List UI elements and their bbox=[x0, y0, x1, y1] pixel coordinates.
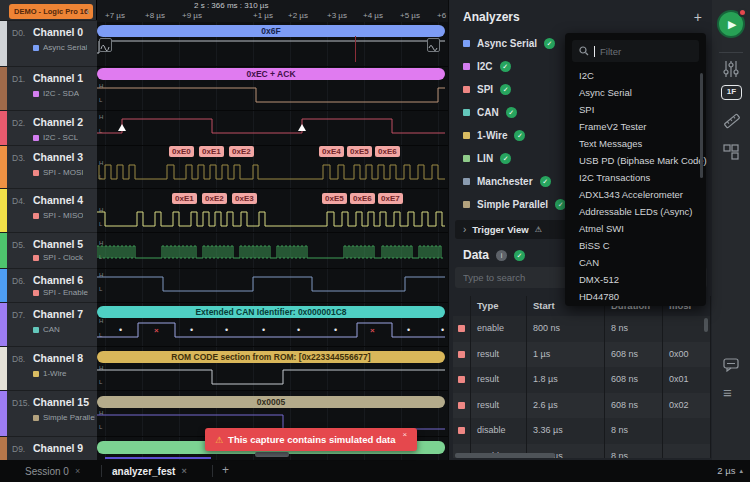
channel-row-d1[interactable]: D1. Channel 1 I2C - SDA bbox=[0, 66, 97, 110]
dropdown-item[interactable]: FrameV2 Tester bbox=[579, 121, 646, 132]
dropdown-item[interactable]: BiSS C bbox=[579, 240, 610, 251]
comments-icon[interactable] bbox=[723, 358, 739, 372]
check-icon[interactable]: ✓ bbox=[544, 38, 555, 49]
close-tab-icon[interactable]: × bbox=[181, 466, 186, 476]
frames-view-button[interactable]: 1F bbox=[721, 85, 742, 100]
wave-row-d6[interactable]: H L bbox=[97, 268, 448, 302]
analyzer-result-bubble[interactable]: ROM CODE section from ROM: [0x2233445566… bbox=[97, 351, 445, 363]
table-horizontal-scrollbar[interactable] bbox=[455, 453, 555, 458]
channel-row-d5[interactable]: D5. Channel 5 SPI - Clock bbox=[0, 232, 97, 268]
frame-chip[interactable]: 0xE3 bbox=[232, 193, 257, 204]
frame-chip[interactable]: 0xE6 bbox=[375, 146, 400, 157]
analyzer-item-1-wire[interactable]: 1-Wire ✓ bbox=[463, 130, 525, 141]
dropdown-item[interactable]: HD44780 bbox=[579, 291, 619, 302]
channel-row-d6[interactable]: D6. Channel 6 SPI - Enable bbox=[0, 268, 97, 302]
dropdown-item[interactable]: Text Messages bbox=[579, 138, 642, 149]
tick-label: +8 µs bbox=[145, 11, 165, 20]
dropdown-item[interactable]: SPI bbox=[579, 104, 594, 115]
analyzer-item-async-serial[interactable]: Async Serial ✓ bbox=[463, 38, 555, 49]
info-icon[interactable]: i bbox=[496, 250, 507, 261]
check-icon[interactable]: ✓ bbox=[506, 107, 517, 118]
timescale-control[interactable]: 2 µs ▴ bbox=[717, 465, 743, 476]
wave-row-d1[interactable]: 0xEC + ACK H L bbox=[97, 66, 448, 110]
filter-field[interactable] bbox=[572, 40, 699, 62]
collapse-sidebar-icon[interactable]: ‹ bbox=[86, 5, 90, 17]
dropdown-item[interactable]: Async Serial bbox=[579, 87, 632, 98]
dropdown-item[interactable]: I2C bbox=[579, 70, 594, 81]
table-row[interactable]: disable3.36 µs 8 ns bbox=[453, 418, 711, 444]
data-section-title: Data bbox=[463, 248, 489, 262]
check-icon[interactable]: ✓ bbox=[514, 250, 525, 261]
close-tab-icon[interactable]: × bbox=[75, 466, 80, 476]
channel-row-d0[interactable]: D0. Channel 0 Async Serial bbox=[0, 20, 97, 66]
analyzer-result-bubble[interactable]: 0xEC + ACK bbox=[97, 68, 445, 80]
dropdown-item[interactable]: I2C Transactions bbox=[579, 172, 650, 183]
frame-chip[interactable]: 0xE2 bbox=[229, 146, 254, 157]
channel-row-d2[interactable]: D2. Channel 2 I2C - SCL bbox=[0, 110, 97, 145]
analyzer-item-can[interactable]: CAN ✓ bbox=[463, 107, 517, 118]
device-settings-icon[interactable] bbox=[723, 60, 739, 78]
table-row[interactable]: result1.8 µs 608 ns0x01 0x02 bbox=[453, 367, 711, 393]
check-icon[interactable]: ✓ bbox=[500, 153, 511, 164]
add-tab-icon[interactable]: + bbox=[222, 463, 229, 477]
analyzer-item-simple-parallel[interactable]: Simple Parallel ✓ bbox=[463, 199, 566, 210]
wave-row-d2[interactable]: H L bbox=[97, 110, 448, 145]
table-row[interactable]: result1 µs 608 ns0x00 0x01 bbox=[453, 342, 711, 368]
demo-device-badge[interactable]: DEMO - Logic Pro 16 bbox=[9, 4, 93, 19]
wave-row-d7[interactable]: Extended CAN Identifier: 0x000001C8 H L … bbox=[97, 302, 448, 346]
analyzer-item-lin[interactable]: LIN ✓ bbox=[463, 153, 511, 164]
channel-row-d4[interactable]: D4. Channel 4 SPI - MISO bbox=[0, 188, 97, 232]
filter-input[interactable] bbox=[600, 46, 680, 57]
channel-row-d8[interactable]: D8. Channel 8 1-Wire bbox=[0, 346, 97, 390]
wave-row-d8[interactable]: ROM CODE section from ROM: [0x2233445566… bbox=[97, 346, 448, 390]
frame-chip[interactable]: 0xE6 bbox=[350, 193, 375, 204]
table-row[interactable]: result2.6 µs 608 ns0x02 0x03 bbox=[453, 393, 711, 419]
dropdown-scrollbar[interactable] bbox=[700, 73, 703, 178]
waveform-scrollbar[interactable] bbox=[255, 452, 289, 457]
channel-row-d3[interactable]: D3. Channel 3 SPI - MOSI bbox=[0, 145, 97, 188]
channel-row-d9[interactable]: D9. Channel 9 bbox=[0, 436, 97, 460]
frame-chip[interactable]: 0xE1 bbox=[172, 193, 197, 204]
analyzer-item-manchester[interactable]: Manchester ✓ bbox=[463, 176, 551, 187]
dropdown-item[interactable]: Atmel SWI bbox=[579, 223, 624, 234]
tab-analyzer-fest[interactable]: analyzer_fest × bbox=[112, 460, 187, 482]
wave-row-d5[interactable]: H L bbox=[97, 232, 448, 268]
frame-chip[interactable]: 0xE5 bbox=[347, 146, 372, 157]
check-icon[interactable]: ✓ bbox=[514, 130, 525, 141]
wave-row-d4[interactable]: 0xE1 0xE2 0xE3 0xE5 0xE6 0xE7 H L bbox=[97, 188, 448, 232]
table-vertical-scrollbar[interactable] bbox=[704, 318, 708, 332]
wave-row-d0[interactable]: 0x6F bbox=[97, 22, 448, 66]
dropdown-item[interactable]: Addressable LEDs (Async) bbox=[579, 206, 693, 217]
toast-close-icon[interactable]: × bbox=[402, 430, 407, 439]
check-icon[interactable]: ✓ bbox=[540, 176, 551, 187]
layout-icon[interactable] bbox=[723, 144, 739, 160]
menu-icon[interactable]: ≡ bbox=[723, 384, 732, 401]
add-analyzer-icon[interactable]: + bbox=[694, 9, 702, 25]
check-icon[interactable]: ✓ bbox=[500, 61, 511, 72]
trigger-view-row[interactable]: › Trigger View ⚠ bbox=[455, 220, 581, 239]
frame-chip[interactable]: 0xE4 bbox=[319, 146, 344, 157]
timeline-ruler[interactable]: 2 s : 366 ms : 310 µs +7 µs +8 µs +9 µs … bbox=[97, 0, 448, 22]
dropdown-item[interactable]: USB PD (Biphase Mark Code) bbox=[579, 155, 707, 166]
check-icon[interactable]: ✓ bbox=[500, 84, 511, 95]
channel-row-d15[interactable]: D15. Channel 15 Simple Parallel - Clo... bbox=[0, 390, 97, 436]
tick-label: +4 µs bbox=[363, 11, 383, 20]
dropdown-item[interactable]: CAN bbox=[579, 257, 599, 268]
frame-chip[interactable]: 0xE0 bbox=[169, 146, 194, 157]
row-color-icon bbox=[458, 402, 465, 409]
analyzer-result-bubble[interactable]: 0x0005 bbox=[97, 396, 445, 408]
measure-ruler-icon[interactable] bbox=[723, 112, 741, 130]
frame-chip[interactable]: 0xE7 bbox=[378, 193, 403, 204]
wave-row-d3[interactable]: 0xE0 0xE1 0xE2 0xE4 0xE5 0xE6 H L bbox=[97, 145, 448, 188]
table-row[interactable]: enable800 ns 8 ns bbox=[453, 316, 711, 342]
tab-session-0[interactable]: Session 0 × bbox=[25, 460, 80, 482]
frame-chip[interactable]: 0xE5 bbox=[322, 193, 347, 204]
analyzer-item-i2c[interactable]: I2C ✓ bbox=[463, 61, 511, 72]
frame-chip[interactable]: 0xE2 bbox=[202, 193, 227, 204]
frame-chip[interactable]: 0xE1 bbox=[199, 146, 224, 157]
dropdown-item[interactable]: ADXL343 Accelerometer bbox=[579, 189, 683, 200]
analyzer-item-spi[interactable]: SPI ✓ bbox=[463, 84, 511, 95]
waveform-area[interactable]: 0x6F 0xEC + ACK H L H L bbox=[97, 22, 448, 460]
channel-row-d7[interactable]: D7. Channel 7 CAN bbox=[0, 302, 97, 346]
dropdown-item[interactable]: DMX-512 bbox=[579, 274, 619, 285]
